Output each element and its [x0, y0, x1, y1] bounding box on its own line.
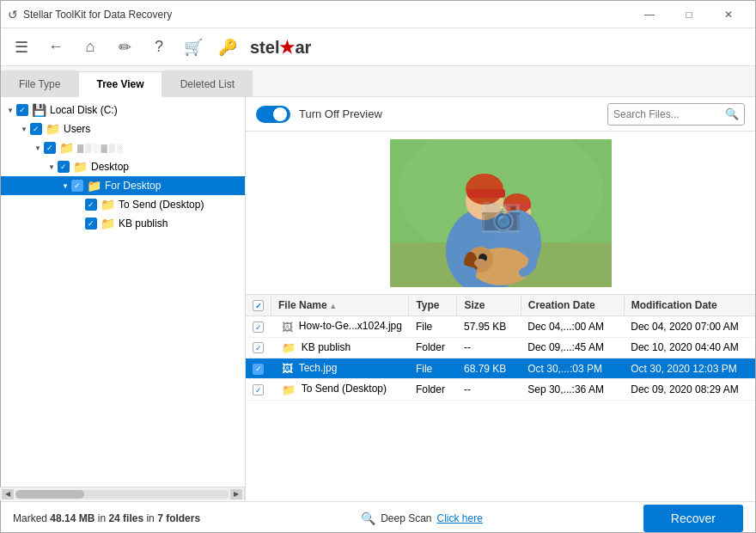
tree-label-kb-publish: KB publish: [119, 217, 168, 230]
minimize-button[interactable]: —: [630, 1, 669, 28]
row-cell-name: 🖼 Tech.jpg: [271, 358, 409, 378]
tree-item-user-hidden[interactable]: 📁 ▓▒░▓▒░: [1, 138, 245, 157]
sidebar-hscroll[interactable]: ◀ ▶: [0, 487, 245, 500]
tree-arrow-local-disk: [4, 104, 16, 116]
svg-rect-9: [505, 202, 531, 209]
maximize-button[interactable]: □: [669, 1, 709, 28]
tree-arrow-users: [18, 123, 30, 135]
tree-checkbox-user-hidden[interactable]: [44, 142, 56, 154]
tree-label-user-hidden: ▓▒░▓▒░: [77, 144, 125, 153]
tab-tree-view[interactable]: Tree View: [78, 71, 162, 97]
file-row-icon: 🖼: [282, 362, 293, 375]
table-row[interactable]: 🖼 Tech.jpg File 68.79 KB Oct 30,...:03 P…: [246, 358, 755, 378]
tree-checkbox-to-send[interactable]: [85, 199, 97, 211]
content-area: Turn Off Preview 🔍: [246, 97, 755, 501]
table-row[interactable]: 🖼 How-to-Ge...x1024.jpg File 57.95 KB De…: [246, 316, 755, 337]
scroll-left-btn[interactable]: ◀: [2, 489, 14, 499]
titlebar-controls: — □ ✕: [630, 1, 748, 28]
tree-checkbox-for-desktop[interactable]: [71, 180, 83, 192]
row-cell-created: Dec 09,...:45 AM: [521, 337, 624, 358]
tree-item-desktop[interactable]: 📁 Desktop: [1, 157, 245, 176]
row-checkbox-0[interactable]: [253, 322, 264, 333]
tree-label-local-disk: Local Disk (C:): [50, 104, 118, 116]
table-row[interactable]: 📁 To Send (Desktop) Folder -- Sep 30,...…: [246, 379, 755, 400]
row-checkbox-2[interactable]: [253, 364, 264, 375]
statusbar: Marked 48.14 MB in 24 files in 7 folders…: [1, 501, 755, 533]
row-filename: Tech.jpg: [299, 362, 338, 374]
row-cell-created: Dec 04,...:00 AM: [521, 316, 624, 337]
row-cell-type: Folder: [409, 337, 457, 358]
row-checkbox-3[interactable]: [253, 384, 264, 395]
close-button[interactable]: ✕: [709, 1, 748, 28]
tab-deleted-list[interactable]: Deleted List: [162, 70, 253, 96]
edit-icon[interactable]: ✏: [113, 35, 137, 59]
help-icon[interactable]: ?: [147, 35, 171, 59]
folder-row-icon: 📁: [282, 341, 296, 354]
row-cell-size: 57.95 KB: [457, 316, 521, 337]
table-row[interactable]: 📁 KB publish Folder -- Dec 09,...:45 AM …: [246, 337, 755, 358]
preview-toggle[interactable]: [256, 106, 290, 123]
app-icon: ↺: [8, 8, 18, 21]
key-icon[interactable]: 🔑: [216, 35, 240, 59]
col-modified[interactable]: Modification Date: [624, 295, 755, 316]
tree-item-kb-publish[interactable]: 📁 KB publish: [1, 214, 245, 233]
search-input[interactable]: [613, 108, 725, 120]
row-cell-modified: Oct 30, 2020 12:03 PM: [624, 358, 755, 378]
row-cell-size: 68.79 KB: [457, 358, 521, 378]
deep-scan-label: Deep Scan: [381, 512, 431, 524]
header-checkbox[interactable]: [253, 300, 264, 311]
home-icon[interactable]: ⌂: [78, 35, 102, 59]
tree-checkbox-desktop[interactable]: [58, 161, 70, 173]
row-filename: KB publish: [302, 341, 351, 353]
row-cell-checkbox: [246, 379, 271, 400]
col-size[interactable]: Size: [457, 295, 521, 316]
scroll-thumb[interactable]: [15, 490, 84, 499]
tabbar: File Type Tree View Deleted List: [1, 66, 755, 97]
folder-icon-desktop: 📁: [73, 160, 88, 174]
preview-toggle-label: Turn Off Preview: [299, 107, 382, 120]
folder-icon-user-hidden: 📁: [59, 141, 74, 155]
row-cell-size: --: [457, 379, 521, 400]
tree-label-for-desktop: For Desktop: [105, 180, 161, 192]
row-cell-name: 📁 To Send (Desktop): [271, 379, 409, 400]
tree-item-for-desktop[interactable]: 📁 For Desktop: [1, 176, 245, 195]
col-type[interactable]: Type: [409, 295, 457, 316]
col-filename[interactable]: File Name: [271, 295, 409, 316]
col-created[interactable]: Creation Date: [521, 295, 624, 316]
app-logo: stel★ar: [250, 37, 311, 58]
search-deep-icon: 🔍: [361, 512, 375, 525]
image-preview: [246, 132, 755, 295]
row-cell-created: Sep 30,...:36 AM: [521, 379, 624, 400]
tree-checkbox-local-disk[interactable]: [16, 104, 28, 116]
row-cell-modified: Dec 10, 2020 04:40 AM: [624, 337, 755, 358]
titlebar-left: ↺ Stellar ToolKit for Data Recovery: [8, 8, 172, 21]
tree-label-to-send: To Send (Desktop): [119, 199, 204, 211]
tree-arrow-user-hidden: [32, 142, 44, 154]
folder-icon-for-desktop: 📁: [87, 179, 101, 193]
tree-label-desktop: Desktop: [91, 161, 129, 173]
row-checkbox-1[interactable]: [253, 342, 264, 353]
row-cell-name: 🖼 How-to-Ge...x1024.jpg: [271, 316, 409, 337]
recover-button[interactable]: Recover: [643, 505, 743, 532]
search-box[interactable]: 🔍: [607, 103, 745, 126]
tab-file-type[interactable]: File Type: [1, 70, 78, 96]
tree-checkbox-users[interactable]: [30, 123, 42, 135]
cart-icon[interactable]: 🛒: [181, 35, 205, 59]
row-cell-modified: Dec 09, 2020 08:29 AM: [624, 379, 755, 400]
tree-label-users: Users: [64, 123, 90, 135]
row-cell-type: File: [409, 316, 457, 337]
tree-item-users[interactable]: 📁 Users: [1, 119, 245, 138]
tree-item-local-disk[interactable]: 💾 Local Disk (C:): [1, 101, 245, 119]
search-icon[interactable]: 🔍: [725, 107, 739, 120]
back-icon[interactable]: ←: [44, 35, 68, 59]
tree-item-to-send[interactable]: 📁 To Send (Desktop): [1, 195, 245, 214]
menu-icon[interactable]: ☰: [9, 35, 34, 59]
click-here-link[interactable]: Click here: [437, 512, 483, 524]
col-checkbox: [246, 295, 271, 316]
row-cell-checkbox: [246, 358, 271, 378]
row-cell-checkbox: [246, 337, 271, 358]
row-cell-name: 📁 KB publish: [271, 337, 409, 358]
main-layout: 💾 Local Disk (C:) 📁 Users 📁 ▓▒░▓▒░ 📁 Des…: [1, 97, 755, 501]
scroll-right-btn[interactable]: ▶: [230, 489, 242, 499]
tree-checkbox-kb-publish[interactable]: [85, 217, 97, 230]
